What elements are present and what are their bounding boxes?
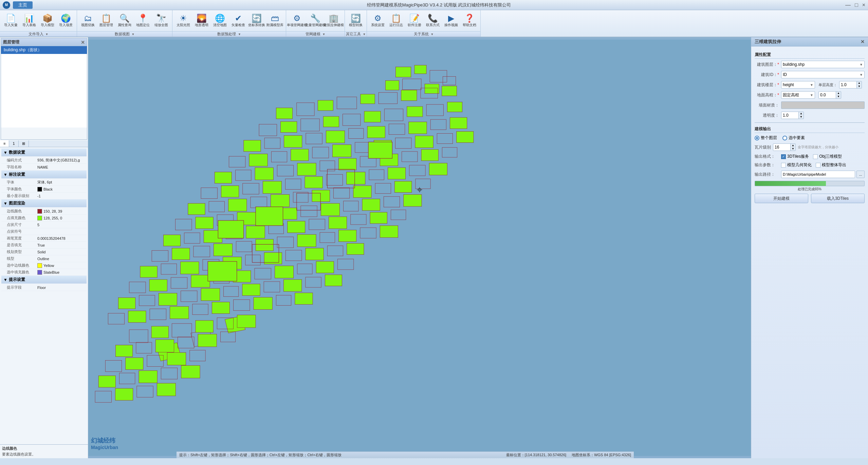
ground-elev-down-btn[interactable]: ▼ <box>836 95 841 98</box>
checkbox-3dtiles[interactable]: ✓ 3DTiles服务 <box>781 154 809 159</box>
floor-height-down-btn[interactable]: ▼ <box>856 85 862 88</box>
prop-label-fillcolor: 点填充颜色 <box>7 215 37 220</box>
map-area[interactable]: 幻城经纬 MagicUrban 提示：Shift+左键，矩形选择；Shift+右… <box>88 37 751 458</box>
browse-btn[interactable]: ... <box>856 171 865 178</box>
toolbar-btn-single-pipeline[interactable]: ⚙ 单项管网建模 <box>288 12 306 30</box>
section-label-settings[interactable]: ▼ 标注设置 <box>1 171 87 178</box>
right-panel-close-btn[interactable]: ✕ <box>861 39 865 44</box>
ground-elev-input[interactable] <box>819 92 836 98</box>
progress-bar-outer <box>755 181 865 186</box>
toolbar-btn-batch-pipeline[interactable]: 🔧 批量管网建模 <box>307 12 324 30</box>
toolbar-btn-layer-manager[interactable]: 📋 图层管理 <box>97 12 115 30</box>
tile-level-down-btn[interactable]: ▼ <box>790 147 795 151</box>
tab-list[interactable]: ≡ <box>0 140 9 147</box>
section-hint-settings[interactable]: ▼ 提示设置 <box>1 276 87 284</box>
checkbox-obj[interactable]: Obj三维模型 <box>813 154 842 159</box>
section-data-settings[interactable]: ▼ 数据设置 <box>1 149 87 156</box>
home-tab[interactable]: 主页 <box>13 1 33 9</box>
toolbar-btn-terrain-trans[interactable]: 🌄 地形透明 <box>193 12 210 30</box>
tab-single[interactable]: 1 <box>9 140 18 147</box>
output-path-input[interactable] <box>781 171 855 178</box>
tab-grid[interactable]: ⊞ <box>19 140 29 147</box>
checkbox-geom-simplify-box[interactable] <box>781 163 786 168</box>
prop-label-sel-fillcolor: 选中填充颜色 <box>7 270 37 275</box>
toolbar-btn-import-model[interactable]: 📦 导入模型 <box>39 12 56 30</box>
building-layer-dropdown[interactable]: building.shp ▼ <box>781 61 865 68</box>
radio-selected-elements-btn[interactable] <box>782 136 787 140</box>
prop-row-minlevel: 最小显示级别 -1 <box>1 193 87 199</box>
floor-height-spinner[interactable]: ▲ ▼ <box>839 81 862 89</box>
batch-pipeline-icon: 🔧 <box>310 14 320 22</box>
toolbar-btn-video[interactable]: ▶ 操作视频 <box>442 12 460 30</box>
toolbar-btn-vector-check[interactable]: ✔ 矢量检查 <box>229 12 247 30</box>
radio-entire-layer-btn[interactable] <box>755 136 759 140</box>
tile-level-input[interactable] <box>773 144 790 151</box>
toolbar-btn-clear-map[interactable]: 🌐 清空地图 <box>211 12 229 30</box>
toolbar-btn-register[interactable]: 📝 软件注册 <box>406 12 423 30</box>
ground-elev-dropdown[interactable]: 固定高程 ▼ <box>781 91 815 99</box>
checkbox-geom-simplify[interactable]: 模型几何简化 <box>781 162 812 168</box>
layer-manager-label: 图层管理 <box>99 23 113 27</box>
toolbar-btn-map-locate[interactable]: 📍 地图定位 <box>134 12 152 30</box>
toolbar-btn-run-log[interactable]: 📋 运行日志 <box>387 12 405 30</box>
toolbar-btn-coord-convert[interactable]: 🔄 坐标系转换 <box>248 12 265 30</box>
toolbar-btn-building-extrude[interactable]: 🏢 建筑拉伸建模 <box>325 12 343 30</box>
clear-map-label: 清空地图 <box>213 23 227 27</box>
radio-entire-layer[interactable]: 整个图层 <box>755 135 777 141</box>
prop-label-pointsize: 点状尺寸 <box>7 222 37 227</box>
radio-selected-elements[interactable]: 选中要素 <box>782 135 805 141</box>
checkbox-model-export-box[interactable] <box>816 163 820 168</box>
toolbar-btn-system-settings[interactable]: ⚙ 系统设置 <box>369 12 387 30</box>
toolbar-btn-view-switch[interactable]: 🗂 视图切换 <box>79 12 97 30</box>
toolbar-group-pipeline-items: ⚙ 单项管网建模 🔧 批量管网建模 🏢 建筑拉伸建模 <box>286 10 345 31</box>
toolbar-btn-zoom-all[interactable]: 🔭 缩放全图 <box>152 12 170 30</box>
floor-height-up-btn[interactable]: ▲ <box>856 81 862 85</box>
wall-material-picker[interactable] <box>781 101 865 109</box>
checkbox-obj-box[interactable] <box>813 154 818 159</box>
checkbox-model-export[interactable]: 模型整体导出 <box>816 162 846 168</box>
right-panel-title: 三维建筑拉伸 <box>755 39 781 45</box>
building-floors-dropdown[interactable]: height ▼ <box>781 81 815 89</box>
minimize-btn[interactable]: — <box>845 2 851 8</box>
floor-height-input[interactable] <box>839 81 856 88</box>
transparency-up-btn[interactable]: ▲ <box>798 112 804 115</box>
svg-rect-22 <box>364 111 381 122</box>
maximize-btn[interactable]: □ <box>855 2 858 8</box>
prop-row-fontcolor: 字体颜色 Black <box>1 186 87 193</box>
toolbar-btn-attr-query[interactable]: 🔍 属性查询 <box>116 12 133 30</box>
toolbar-btn-import-table[interactable]: 📊 导入表格 <box>20 12 38 30</box>
toolbar-btn-model-lib[interactable]: 🗃 附属模型库 <box>266 12 284 30</box>
close-btn[interactable]: × <box>862 2 865 8</box>
transparency-input[interactable] <box>781 112 798 119</box>
load-3dtiles-btn[interactable]: 载入3DTiles <box>811 194 865 203</box>
ground-elev-spinner[interactable]: ▲ ▼ <box>818 91 841 99</box>
section-layer-render[interactable]: ▼ 图层渲染 <box>1 199 87 207</box>
checkbox-3dtiles-box[interactable]: ✓ <box>781 154 786 159</box>
transparency-down-btn[interactable]: ▼ <box>798 115 804 119</box>
vector-check-icon: ✔ <box>235 14 242 22</box>
toolbar-btn-sunlight[interactable]: ☀ 太阳光照 <box>174 12 192 30</box>
transparency-spinner[interactable]: ▲ ▼ <box>781 112 804 119</box>
layer-item[interactable]: building.shp（面状） <box>1 46 87 54</box>
svg-rect-6 <box>425 84 439 94</box>
view-switch-label: 视图切换 <box>81 23 95 27</box>
svg-rect-10 <box>318 100 333 111</box>
checkbox-obj-label: Obj三维模型 <box>819 154 842 159</box>
tile-level-up-btn[interactable]: ▲ <box>790 144 795 147</box>
toolbar-btn-import-vector[interactable]: 📄 导入矢量 <box>2 12 20 30</box>
svg-rect-178 <box>196 321 213 332</box>
toolbar-btn-help[interactable]: ❓ 帮助文档 <box>461 12 478 30</box>
building-id-dropdown[interactable]: ID ▼ <box>781 71 865 78</box>
toolbar-btn-import-scene[interactable]: 🌍 导入场景 <box>57 12 75 30</box>
ground-elev-up-btn[interactable]: ▲ <box>836 92 841 95</box>
toolbar-btn-model-convert[interactable]: 🔄 模型转换 <box>347 12 365 30</box>
prop-label-hintfield: 提示字段 <box>7 285 37 290</box>
tile-level-spinner[interactable]: ▲ ▼ <box>773 143 796 151</box>
layer-manager-close-btn[interactable]: ✕ <box>81 40 85 45</box>
start-modeling-btn[interactable]: 开始建模 <box>755 194 808 203</box>
building-layer-value: building.shp <box>783 62 805 67</box>
map-locate-icon: 📍 <box>138 14 148 22</box>
toolbar-btn-contact[interactable]: 📞 联系方式 <box>424 12 442 30</box>
checkbox-model-export-label: 模型整体导出 <box>822 162 846 168</box>
video-label: 操作视频 <box>444 23 458 27</box>
